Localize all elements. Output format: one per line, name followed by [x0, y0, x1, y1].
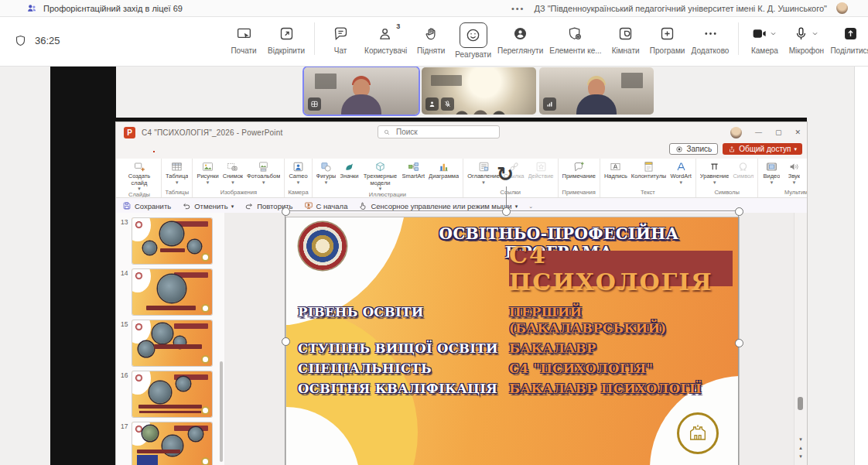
close-button[interactable]: ✕ [795, 128, 801, 136]
ribbon-tab[interactable] [193, 149, 194, 152]
slide-thumbnail[interactable] [132, 320, 212, 366]
selection-handle-middle-right[interactable] [735, 339, 743, 347]
ribbon-button[interactable]: WordArt ▼ [668, 161, 692, 185]
slide-thumbnail-row[interactable]: 17 [116, 422, 224, 465]
slide-thumbnail[interactable] [132, 422, 212, 465]
selection-handle-top-center[interactable] [502, 207, 511, 216]
ribbon-button[interactable]: Звук ▼ [783, 161, 805, 185]
call-toolbar-button[interactable]: Чат [320, 22, 361, 55]
call-toolbar-button[interactable]: Додатково [689, 22, 740, 55]
ribbon-button[interactable]: Символ [731, 161, 755, 180]
chevron-down-icon[interactable] [768, 29, 778, 39]
ribbon-button[interactable]: Диаграмма [427, 161, 460, 180]
ribbon-button[interactable]: Колонтитулы [630, 161, 668, 180]
call-toolbar-button[interactable]: Програми [647, 22, 689, 55]
slide-thumbnail-row[interactable]: 13 [116, 218, 224, 264]
ribbon-button[interactable]: Примечание [561, 161, 597, 180]
org-account-name[interactable]: ДЗ "Південноукраїнський педагогічний уні… [534, 4, 827, 13]
slide-thumbnail[interactable] [132, 269, 212, 315]
call-toolbar-button[interactable]: 3 Користувачі [361, 22, 410, 55]
rotate-handle-icon[interactable]: ↻ [497, 164, 514, 184]
next-slide-icon[interactable]: ▾ [799, 453, 802, 459]
participant-video[interactable] [422, 67, 536, 115]
record-button[interactable]: Запись [669, 143, 718, 155]
current-slide[interactable]: ОСВІТНЬО-ПРОФЕСІЙНА ПРОГРАМА С4 ПСИХОЛОГ… [286, 217, 739, 465]
qat-button[interactable]: Сохранить [122, 201, 171, 210]
ribbon-group-name: Изображения [195, 189, 282, 197]
ribbon-button[interactable]: Трехмерные модели ▼ [361, 161, 400, 191]
slide-thumbnail[interactable] [132, 218, 212, 264]
slide-info-row: РІВЕНЬ ОСВІТИ ПЕРШИЙ (БАКАЛАВРСЬКИЙ) [298, 304, 734, 337]
scrollbar-thumb[interactable] [798, 397, 803, 410]
ribbon-button[interactable]: Надпись [603, 161, 629, 180]
previous-slide-icon[interactable]: ▴ [799, 445, 802, 450]
minimize-button[interactable]: — [755, 128, 762, 136]
slide-thumbnail[interactable] [132, 371, 212, 417]
ribbon-button[interactable]: Таблица ▼ [164, 161, 190, 185]
new-slide-icon [134, 161, 145, 173]
qat-button[interactable]: Отменить ▾ [182, 201, 234, 210]
ribbon-tab[interactable] [206, 149, 207, 152]
participant-video[interactable] [539, 67, 654, 115]
slide-thumbnail-row[interactable]: 14 [116, 269, 224, 315]
call-toolbar-button[interactable]: Переглянути [494, 22, 546, 55]
thumbnail-scrollbar[interactable] [220, 361, 223, 462]
ribbon-button[interactable]: Действие [527, 161, 555, 180]
ribbon-tab[interactable] [272, 149, 273, 152]
ribbon-button[interactable]: Фотоальбом ▼ [245, 161, 282, 185]
ribbon-button[interactable]: Cameo ▼ [287, 161, 309, 185]
ribbon-button[interactable]: Фигуры ▼ [315, 161, 338, 185]
ribbon-button[interactable]: Создать слайд ▼ [120, 161, 159, 191]
ribbon-group: Создать слайд ▼ Слайды [118, 159, 162, 197]
scroll-down-icon[interactable]: ▾ [799, 436, 802, 442]
qat-button[interactable]: Сенсорное управление или режим мыши ▾ [358, 201, 518, 210]
microphone-button[interactable]: Мікрофон [785, 22, 827, 55]
slide-thumbnail-row[interactable]: 15 [116, 320, 224, 366]
search-box[interactable] [378, 125, 500, 138]
ribbon-button[interactable]: Рисунки ▼ [195, 161, 220, 185]
search-input[interactable] [395, 127, 494, 137]
unpin-icon [279, 26, 295, 42]
chevron-down-icon[interactable] [810, 29, 820, 39]
share-document-button[interactable]: Общий доступ ▾ [723, 143, 802, 155]
call-toolbar-button[interactable]: Відкріпити [265, 22, 315, 55]
ribbon-button[interactable]: Снимок ▼ [221, 161, 244, 185]
user-avatar[interactable] [836, 2, 848, 14]
ribbon-tab[interactable] [232, 149, 234, 152]
share-button[interactable]: Поділитися [827, 22, 868, 55]
qat-button[interactable]: С начала [304, 201, 348, 210]
selection-handle-middle-left[interactable] [282, 337, 290, 346]
ribbon-button[interactable]: Видео ▼ [760, 161, 782, 185]
call-toolbar-button[interactable]: Почати [223, 22, 265, 55]
ribbon-tab[interactable] [179, 149, 181, 152]
selection-handle-top-left[interactable] [282, 207, 290, 216]
camera-button[interactable]: Камера [743, 22, 785, 55]
ribbon-button[interactable]: Уравнение ▼ [699, 161, 731, 185]
slide-thumbnail-row[interactable]: 16 [116, 371, 224, 417]
qat-customize-icon[interactable]: ⌄ [528, 203, 533, 209]
ribbon-button[interactable]: Запись экрана [805, 161, 807, 186]
ribbon-tab[interactable] [140, 149, 142, 152]
ribbon-tab[interactable] [258, 149, 260, 152]
participant-video[interactable] [304, 67, 419, 115]
ribbon-button[interactable]: Значки [338, 161, 360, 180]
call-toolbar-button[interactable]: Реагувати [452, 22, 494, 59]
ribbon-tab[interactable] [219, 149, 220, 152]
ribbon-button[interactable]: SmartArt [401, 161, 427, 180]
dropdown-caret-icon: ▼ [678, 180, 683, 185]
ribbon-tab[interactable] [245, 149, 247, 152]
maximize-button[interactable]: ▢ [775, 128, 782, 136]
selection-handle-top-right[interactable] [735, 207, 743, 216]
ribbon-tab[interactable] [153, 149, 155, 152]
call-toolbar-button[interactable]: Підняти [410, 22, 452, 55]
ribbon-tab[interactable] [127, 149, 128, 152]
editor-scrollbar[interactable]: ▾ ▴ ▾ [794, 213, 807, 465]
ribbon-tab[interactable] [166, 149, 168, 152]
call-toolbar-button[interactable]: Кімнати [605, 22, 647, 55]
office-account-avatar[interactable] [730, 127, 742, 138]
slide-editor-canvas[interactable]: ОСВІТНЬО-ПРОФЕСІЙНА ПРОГРАМА С4 ПСИХОЛОГ… [224, 213, 794, 465]
call-toolbar-button[interactable]: Елементи ке... [546, 22, 604, 55]
microphone-icon [793, 22, 809, 44]
titlebar-more-icon[interactable]: ••• [511, 4, 525, 13]
camera-icon [751, 22, 767, 44]
